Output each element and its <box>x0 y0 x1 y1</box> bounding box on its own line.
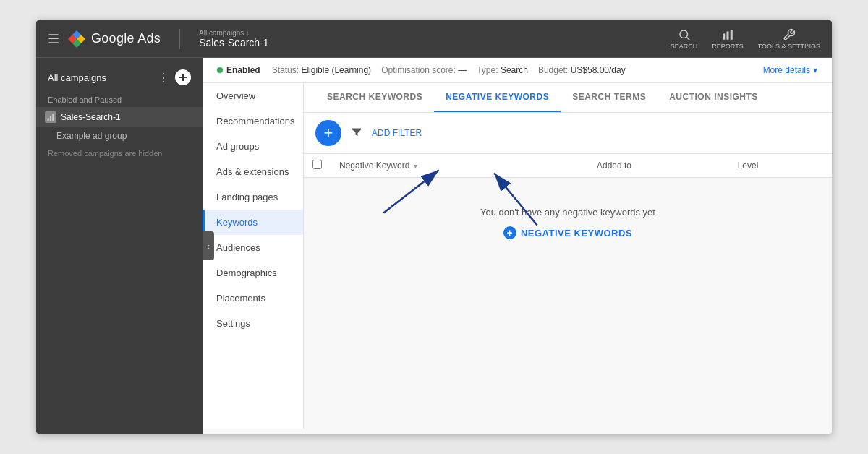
tab-negative-keywords[interactable]: Negative Keywords <box>434 83 561 112</box>
meta-opt-score: Optimisation score: — <box>381 65 467 75</box>
meta-status: Status: Eligible (Learning) <box>272 65 371 75</box>
svg-rect-8 <box>726 31 728 39</box>
meta-budget-label: Budget: <box>538 65 568 75</box>
breadcrumb-parent: All campaigns ↓ <box>199 29 269 37</box>
sidebar-add-button[interactable] <box>175 69 191 85</box>
status-dot <box>217 67 223 73</box>
nav-item-ad-groups[interactable]: Ad groups <box>203 134 303 159</box>
reports-label: REPORTS <box>712 43 743 50</box>
neg-keywords-label: NEGATIVE KEYWORDS <box>521 228 632 239</box>
meta-budget: Budget: US$58.00/day <box>538 65 626 75</box>
header-divider <box>179 29 180 49</box>
google-ads-logo: Google Ads <box>67 29 161 49</box>
reports-button[interactable]: REPORTS <box>712 28 743 50</box>
sidebar-top: All campaigns ⋮ <box>36 64 203 91</box>
main-layout: All campaigns ⋮ Enabled and Paused Sales… <box>36 58 832 434</box>
all-campaigns-label[interactable]: All campaigns <box>48 72 106 83</box>
nav-item-ads-extensions[interactable]: Ads & extensions <box>203 159 303 184</box>
sidebar-icons: ⋮ <box>158 69 191 85</box>
meta-status-value: Eligible (Learning) <box>301 65 371 75</box>
sidebar-section-label: Enabled and Paused <box>36 91 203 107</box>
status-label: Enabled <box>226 65 260 75</box>
nav-item-landing-pages[interactable]: Landing pages <box>203 184 303 210</box>
sidebar-collapse-button[interactable]: ‹ <box>203 231 214 260</box>
filter-icon[interactable] <box>347 122 366 144</box>
tools-label: TOOLS & SETTINGS <box>758 43 820 50</box>
left-nav: Overview Recommendations Ad groups Ads &… <box>203 83 304 429</box>
tabs-bar: Search Keywords Negative Keywords Search… <box>304 83 832 113</box>
th-negative-keyword[interactable]: Negative Keyword ▾ <box>331 154 588 178</box>
add-filter-button[interactable]: ADD FILTER <box>372 128 422 138</box>
top-header: ☰ Google Ads All campaigns ↓ Sales-Searc… <box>36 20 832 58</box>
meta-budget-value: US$58.00/day <box>571 65 626 75</box>
th-keyword-label: Negative Keyword <box>339 160 409 171</box>
meta-type: Type: Search <box>477 65 528 75</box>
nav-item-placements[interactable]: Placements <box>203 286 303 311</box>
table-header-row: Negative Keyword ▾ Added to Level <box>304 154 832 178</box>
header-left: ☰ Google Ads All campaigns ↓ Sales-Searc… <box>48 29 671 49</box>
campaign-status-bar: Enabled Status: Eligible (Learning) Opti… <box>203 58 832 83</box>
campaign-item[interactable]: Sales-Search-1 <box>36 107 203 127</box>
tools-button[interactable]: TOOLS & SETTINGS <box>758 28 820 50</box>
meta-type-value: Search <box>501 65 528 75</box>
table-toolbar: + ADD FILTER <box>304 113 832 154</box>
breadcrumb-area: All campaigns ↓ Sales-Search-1 <box>199 29 269 48</box>
meta-opt-value: — <box>458 65 467 75</box>
campaign-icon-svg <box>46 113 55 121</box>
google-ads-logo-icon <box>67 29 87 49</box>
sort-icon: ▾ <box>414 162 417 170</box>
add-negative-keyword-button[interactable]: + <box>315 120 341 146</box>
search-label: SEARCH <box>671 43 698 50</box>
meta-type-label: Type: <box>477 65 498 75</box>
keywords-table: Negative Keyword ▾ Added to Level <box>304 154 832 178</box>
main-panel: Search Keywords Negative Keywords Search… <box>304 83 832 429</box>
meta-opt-label: Optimisation score: <box>381 65 456 75</box>
tab-search-keywords[interactable]: Search Keywords <box>315 83 434 112</box>
meta-status-label: Status: <box>272 65 299 75</box>
empty-state-message: You don't have any negative keywords yet <box>318 207 817 218</box>
empty-state: You don't have any negative keywords yet… <box>304 178 832 268</box>
svg-rect-12 <box>48 119 49 121</box>
svg-point-5 <box>680 30 688 38</box>
removed-campaigns-text: Removed campaigns are hidden <box>36 145 203 162</box>
plus-icon <box>179 73 187 82</box>
nav-item-demographics[interactable]: Demographics <box>203 260 303 286</box>
tools-icon <box>783 28 796 41</box>
tab-auction-insights[interactable]: Auction Insights <box>658 83 770 112</box>
th-added-to: Added to <box>588 154 729 178</box>
inner-layout: Overview Recommendations Ad groups Ads &… <box>203 83 832 429</box>
content-area: Enabled Status: Eligible (Learning) Opti… <box>203 58 832 434</box>
campaign-name: Sales-Search-1 <box>61 112 121 122</box>
svg-line-6 <box>686 37 689 40</box>
nav-item-overview[interactable]: Overview <box>203 83 303 108</box>
svg-rect-13 <box>50 116 51 121</box>
nav-item-audiences[interactable]: Audiences <box>203 235 303 260</box>
more-details-button[interactable]: More details ▾ <box>763 65 817 75</box>
sidebar: All campaigns ⋮ Enabled and Paused Sales… <box>36 58 203 434</box>
ad-group-item[interactable]: Example ad group <box>36 127 203 145</box>
nav-item-recommendations[interactable]: Recommendations <box>203 108 303 134</box>
sidebar-more-icon[interactable]: ⋮ <box>158 71 169 85</box>
nav-item-keywords[interactable]: Keywords <box>203 210 303 235</box>
breadcrumb-current: Sales-Search-1 <box>199 37 269 48</box>
select-all-checkbox[interactable] <box>312 160 322 169</box>
add-negative-keywords-button[interactable]: + NEGATIVE KEYWORDS <box>503 226 632 239</box>
more-details-label: More details <box>763 65 810 75</box>
neg-plus-icon: + <box>503 226 516 239</box>
chevron-down-icon: ▾ <box>813 65 817 75</box>
th-level: Level <box>729 154 832 178</box>
svg-rect-7 <box>723 33 725 39</box>
search-icon <box>678 28 691 41</box>
content-meta: Status: Eligible (Learning) Optimisation… <box>272 65 626 75</box>
hamburger-icon[interactable]: ☰ <box>48 31 59 47</box>
search-button[interactable]: SEARCH <box>671 28 698 50</box>
filter-svg-icon <box>350 125 363 138</box>
svg-rect-14 <box>52 114 54 121</box>
th-checkbox <box>304 154 331 178</box>
nav-item-settings[interactable]: Settings <box>203 311 303 336</box>
status-badge: Enabled <box>217 65 260 75</box>
campaign-icon <box>45 111 56 123</box>
app-title: Google Ads <box>91 31 161 46</box>
tab-search-terms[interactable]: Search Terms <box>561 83 658 112</box>
reports-icon <box>721 28 734 41</box>
